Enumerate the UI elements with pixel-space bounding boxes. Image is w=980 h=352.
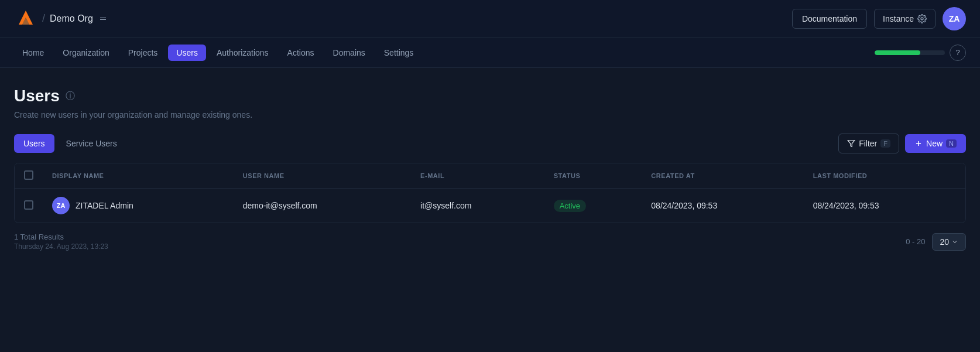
info-icon[interactable]: ⓘ: [66, 90, 75, 102]
col-email: E-MAIL: [411, 163, 544, 189]
row-created-at: 08/24/2023, 09:53: [642, 189, 803, 223]
row-user-name: demo-it@syself.com: [234, 189, 411, 223]
col-user-name: USER NAME: [234, 163, 411, 189]
plus-icon: [914, 139, 923, 148]
gear-icon: [917, 14, 927, 23]
row-status: Active: [544, 189, 642, 223]
row-display-name-cell: ZA ZITADEL Admin: [43, 189, 234, 223]
secondary-nav: Home Organization Projects Users Authori…: [0, 37, 980, 68]
org-switcher[interactable]: [98, 15, 108, 22]
page-header: Users ⓘ: [14, 87, 966, 105]
chevron-down-icon: [951, 238, 958, 245]
nav-link-users[interactable]: Users: [168, 45, 206, 61]
total-results: 1 Total Results: [14, 233, 108, 241]
results-info: 1 Total Results Thursday 24. Aug 2023, 1…: [14, 233, 108, 251]
nav-link-actions[interactable]: Actions: [279, 45, 323, 61]
user-avatar[interactable]: ZA: [943, 7, 966, 30]
top-nav-right: Documentation Instance ZA: [792, 7, 966, 30]
nav-link-domains[interactable]: Domains: [325, 45, 374, 61]
breadcrumb-separator: /: [42, 12, 45, 25]
nav-link-authorizations[interactable]: Authorizations: [208, 45, 277, 61]
top-nav: / Demo Org Documentation Instance ZA: [0, 0, 980, 37]
page-subtitle: Create new users in your organization an…: [14, 110, 966, 119]
row-display-name: ZITADEL Admin: [76, 201, 133, 210]
results-date: Thursday 24. Aug 2023, 13:23: [14, 242, 108, 251]
org-name: Demo Org: [50, 13, 93, 24]
status-badge: Active: [554, 200, 586, 212]
new-label: New: [926, 139, 943, 148]
row-email: it@syself.com: [411, 189, 544, 223]
tab-actions: Filter F New N: [838, 134, 966, 153]
filter-shortcut: F: [880, 139, 890, 148]
users-table: DISPLAY NAME USER NAME E-MAIL STATUS CRE…: [15, 163, 965, 223]
col-status: STATUS: [544, 163, 642, 189]
table-row[interactable]: ZA ZITADEL Admin demo-it@syself.com it@s…: [15, 189, 965, 223]
row-checkbox[interactable]: [24, 200, 33, 210]
row-checkbox-cell: [15, 189, 43, 223]
progress-bar: [875, 50, 945, 55]
nav-link-settings[interactable]: Settings: [376, 45, 422, 61]
row-avatar: ZA: [52, 197, 70, 214]
filter-label: Filter: [859, 139, 877, 148]
new-button[interactable]: New N: [905, 134, 966, 153]
help-button[interactable]: ?: [950, 45, 966, 61]
filter-icon: [847, 139, 855, 148]
svg-marker-2: [848, 141, 855, 147]
users-table-container: DISPLAY NAME USER NAME E-MAIL STATUS CRE…: [14, 163, 966, 223]
display-name-content: ZA ZITADEL Admin: [52, 197, 224, 214]
filter-button[interactable]: Filter F: [838, 134, 899, 153]
progress-bar-fill: [875, 50, 920, 55]
page-title: Users: [14, 87, 60, 105]
top-nav-left: / Demo Org: [14, 6, 108, 31]
col-checkbox: [15, 163, 43, 189]
new-shortcut: N: [946, 139, 957, 148]
col-last-modified: LAST MODIFIED: [804, 163, 965, 189]
instance-button[interactable]: Instance: [874, 9, 936, 29]
tabs-row: Users Service Users Filter F New N: [14, 134, 966, 153]
per-page-select[interactable]: 20: [932, 233, 966, 251]
page-range: 0 - 20: [906, 237, 925, 246]
main-content: Users ⓘ Create new users in your organiz…: [0, 68, 980, 265]
table-footer: 1 Total Results Thursday 24. Aug 2023, 1…: [14, 223, 966, 251]
tab-service-users[interactable]: Service Users: [57, 134, 126, 153]
sec-nav-right: ?: [875, 45, 966, 61]
instance-label: Instance: [883, 14, 914, 23]
col-created-at: CREATED AT: [642, 163, 803, 189]
row-last-modified: 08/24/2023, 09:53: [804, 189, 965, 223]
nav-link-projects[interactable]: Projects: [120, 45, 166, 61]
nav-links: Home Organization Projects Users Authori…: [14, 45, 422, 61]
table-header-row: DISPLAY NAME USER NAME E-MAIL STATUS CRE…: [15, 163, 965, 189]
per-page-value: 20: [940, 237, 949, 247]
nav-link-home[interactable]: Home: [14, 45, 52, 61]
pagination: 0 - 20 20: [906, 233, 966, 251]
logo[interactable]: [14, 6, 37, 31]
nav-link-organization[interactable]: Organization: [54, 45, 117, 61]
tabs: Users Service Users: [14, 134, 126, 153]
col-display-name: DISPLAY NAME: [43, 163, 234, 189]
select-all-checkbox[interactable]: [24, 170, 33, 180]
tab-users[interactable]: Users: [14, 134, 54, 153]
documentation-button[interactable]: Documentation: [792, 9, 867, 29]
